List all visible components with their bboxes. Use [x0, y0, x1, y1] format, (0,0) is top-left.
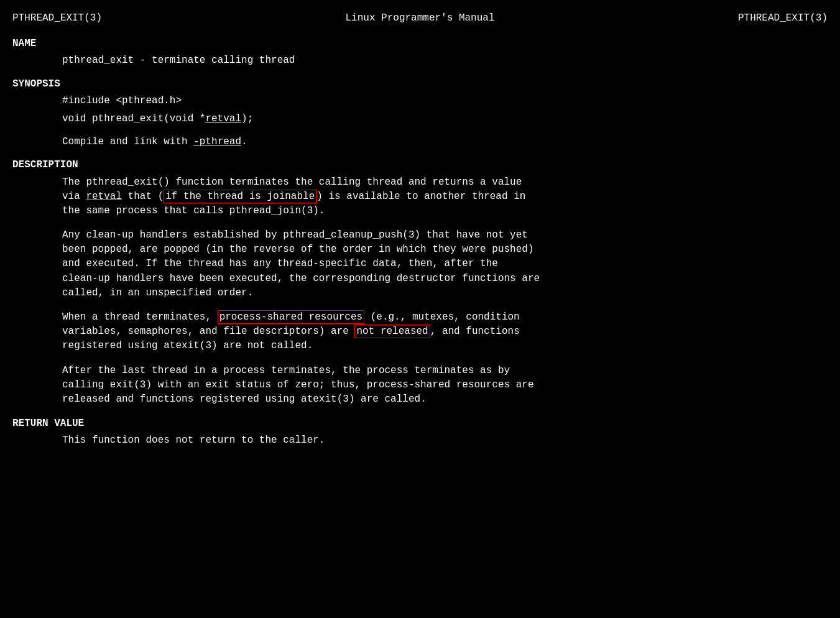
synopsis-compile: Compile and link with -pthread.: [12, 135, 828, 149]
synopsis-prototype: void pthread_exit(void *retval);: [12, 112, 828, 126]
synopsis-title: SYNOPSIS: [12, 77, 828, 91]
description-section: DESCRIPTION The pthread_exit() function …: [12, 158, 828, 407]
pthread-flag: -pthread: [193, 136, 241, 147]
synopsis-section: SYNOPSIS #include <pthread.h> void pthre…: [12, 77, 828, 150]
para1-line3: the same process that calls pthread_join…: [62, 205, 325, 216]
desc-para3: When a thread terminates, process-shared…: [12, 310, 828, 354]
name-content: pthread_exit - terminate calling thread: [12, 53, 828, 68]
header-center: Linux Programmer's Manual: [345, 11, 494, 25]
para1-line1: The pthread_exit() function terminates t…: [62, 177, 522, 188]
return-section: RETURN VALUE This function does not retu…: [12, 417, 828, 448]
desc-para4: After the last thread in a process termi…: [12, 364, 828, 407]
para1-end: ) is available to another thread in: [316, 191, 525, 202]
para1-middle: that (: [122, 191, 164, 202]
para1-line2-before: via: [62, 191, 86, 202]
name-title: NAME: [12, 37, 828, 51]
synopsis-include: #include <pthread.h>: [12, 94, 828, 108]
retval-underline: retval: [205, 113, 241, 124]
header-right: PTHREAD_EXIT(3): [738, 11, 828, 25]
description-title: DESCRIPTION: [12, 158, 828, 172]
not-released-box: not released: [354, 325, 430, 338]
retval-ref: retval: [86, 191, 122, 202]
return-content: This function does not return to the cal…: [12, 433, 828, 448]
name-section: NAME pthread_exit - terminate calling th…: [12, 37, 828, 68]
joinable-box: if the thread is joinable: [164, 190, 316, 203]
return-title: RETURN VALUE: [12, 417, 828, 431]
desc-para1: The pthread_exit() function terminates t…: [12, 175, 828, 219]
desc-para2: Any clean-up handlers established by pth…: [12, 228, 828, 300]
page-header: PTHREAD_EXIT(3) Linux Programmer's Manua…: [12, 11, 828, 25]
prototype-pre: void pthread_exit(void *retval);: [62, 113, 253, 124]
process-shared-box: process-shared resources: [218, 310, 364, 324]
header-left: PTHREAD_EXIT(3): [12, 11, 102, 25]
